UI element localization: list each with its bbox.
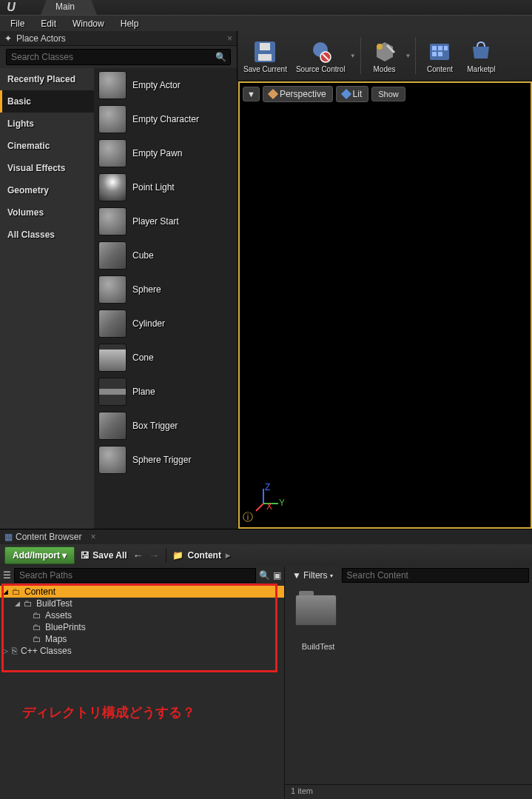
actor-label: Empty Character bbox=[132, 114, 199, 124]
content-button[interactable]: Content bbox=[420, 33, 459, 78]
search-content-input[interactable] bbox=[342, 568, 529, 583]
content-icon bbox=[426, 39, 453, 65]
collapse-icon[interactable]: ▣ bbox=[273, 570, 281, 581]
menu-window[interactable]: Window bbox=[73, 19, 104, 29]
cat-visual-effects[interactable]: Visual Effects bbox=[0, 157, 94, 179]
folder-icon: 🗀 bbox=[33, 610, 41, 621]
source-control-button[interactable]: Source Control bbox=[293, 33, 349, 78]
tool-label: Content bbox=[427, 65, 453, 73]
toggle-sources-icon[interactable]: ☰ bbox=[3, 570, 11, 581]
lit-button[interactable]: Lit bbox=[336, 86, 369, 102]
svg-rect-12 bbox=[438, 52, 442, 56]
search-paths-input[interactable] bbox=[14, 568, 256, 583]
tree-buildtest[interactable]: ◢ 🗀 BuildTest bbox=[0, 598, 284, 609]
cat-volumes[interactable]: Volumes bbox=[0, 201, 94, 224]
actor-label: Box Trigger bbox=[132, 421, 178, 431]
titlebar: U Main bbox=[0, 0, 532, 15]
tree-maps[interactable]: 🗀 Maps bbox=[0, 633, 284, 645]
sources-panel: ☰ 🔍 ▣ ◢ 🗀 Content ◢ 🗀 BuildTest 🗀 bbox=[0, 566, 285, 799]
content-browser-title: Content Browser bbox=[16, 532, 81, 542]
place-actors-panel: ✦ Place Actors × 🔍 Recently Placed Basic… bbox=[0, 31, 237, 529]
dropdown-arrow-icon[interactable]: ▼ bbox=[405, 53, 411, 59]
asset-grid[interactable]: BuildTest bbox=[285, 584, 532, 784]
tree-content[interactable]: ◢ 🗀 Content bbox=[0, 586, 284, 598]
tree-label: Assets bbox=[45, 610, 72, 621]
filters-button[interactable]: ▼ Filters ▾ bbox=[288, 569, 337, 582]
actor-cone[interactable]: Cone bbox=[94, 341, 237, 375]
tool-label: Save Current bbox=[243, 65, 287, 73]
expand-icon[interactable]: ◢ bbox=[3, 588, 10, 595]
viewport-menu-button[interactable]: ▼ bbox=[243, 87, 260, 101]
content-browser-panel: ▦ Content Browser × Add/Import ▾ 🖫 Save … bbox=[0, 529, 532, 799]
marketplace-icon bbox=[468, 39, 494, 65]
place-actors-title: Place Actors bbox=[16, 33, 66, 44]
search-classes-input[interactable] bbox=[6, 49, 231, 65]
actor-plane[interactable]: Plane bbox=[94, 375, 237, 409]
nav-forward-button[interactable]: → bbox=[149, 549, 160, 561]
tool-label: Source Control bbox=[296, 65, 346, 73]
ue-logo-icon: U bbox=[0, 0, 22, 15]
perspective-button[interactable]: Perspective bbox=[263, 86, 333, 102]
svg-rect-11 bbox=[432, 52, 437, 56]
add-import-button[interactable]: Add/Import ▾ bbox=[4, 546, 75, 564]
help-icon[interactable]: ⓘ bbox=[243, 511, 253, 524]
svg-text:Z: Z bbox=[265, 483, 270, 492]
cat-geometry[interactable]: Geometry bbox=[0, 179, 94, 201]
nav-back-button[interactable]: ← bbox=[133, 549, 144, 561]
asset-buildtest[interactable]: BuildTest bbox=[295, 595, 341, 651]
tree-cpp-classes[interactable]: ▷ ⎘ C++ Classes bbox=[0, 645, 284, 657]
actor-sphere[interactable]: Sphere bbox=[94, 273, 237, 307]
actor-empty-character[interactable]: Empty Character bbox=[94, 102, 237, 136]
cat-all-classes[interactable]: All Classes bbox=[0, 224, 94, 246]
viewport[interactable]: ▼ Perspective Lit Show Z Y X ⓘ bbox=[238, 81, 532, 529]
svg-text:X: X bbox=[266, 501, 272, 512]
marketplace-button[interactable]: Marketpl bbox=[462, 33, 500, 78]
tree-blueprints[interactable]: 🗀 BluePrints bbox=[0, 621, 284, 633]
cat-basic[interactable]: Basic bbox=[0, 90, 94, 113]
category-list: Recently Placed Basic Lights Cinematic V… bbox=[0, 68, 94, 529]
cat-lights[interactable]: Lights bbox=[0, 113, 94, 135]
tool-label: Marketpl bbox=[467, 65, 495, 73]
folder-icon: 📁 bbox=[172, 550, 183, 561]
save-current-button[interactable]: Save Current bbox=[240, 33, 290, 78]
actor-label: Cylinder bbox=[132, 318, 165, 329]
search-icon: 🔍 bbox=[259, 570, 270, 581]
breadcrumb[interactable]: 📁 Content ▸ bbox=[172, 550, 230, 561]
save-all-button[interactable]: 🖫 Save All bbox=[81, 550, 127, 561]
close-icon[interactable]: × bbox=[227, 33, 232, 44]
cat-recently-placed[interactable]: Recently Placed bbox=[0, 68, 94, 90]
actor-sphere-trigger[interactable]: Sphere Trigger bbox=[94, 443, 237, 477]
menu-edit[interactable]: Edit bbox=[41, 19, 56, 29]
menu-help[interactable]: Help bbox=[121, 19, 139, 29]
modes-button[interactable]: Modes bbox=[366, 33, 404, 78]
actor-cylinder[interactable]: Cylinder bbox=[94, 307, 237, 341]
expand-icon[interactable]: ▷ bbox=[3, 647, 10, 655]
folder-icon: 🗀 bbox=[12, 586, 21, 597]
actor-label: Sphere bbox=[132, 284, 161, 295]
tree-assets[interactable]: 🗀 Assets bbox=[0, 609, 284, 621]
cat-cinematic[interactable]: Cinematic bbox=[0, 135, 94, 157]
actor-point-light[interactable]: Point Light bbox=[94, 170, 237, 204]
dropdown-arrow-icon[interactable]: ▼ bbox=[350, 53, 356, 59]
actor-box-trigger[interactable]: Box Trigger bbox=[94, 409, 237, 443]
actor-label: Sphere Trigger bbox=[132, 455, 191, 465]
actor-empty-actor[interactable]: Empty Actor bbox=[94, 68, 237, 102]
show-button[interactable]: Show bbox=[371, 87, 405, 101]
actor-empty-pawn[interactable]: Empty Pawn bbox=[94, 136, 237, 170]
actor-cube[interactable]: Cube bbox=[94, 238, 237, 273]
expand-icon[interactable]: ◢ bbox=[15, 600, 22, 607]
actor-label: Cube bbox=[132, 250, 154, 261]
folder-icon: 🗀 bbox=[33, 634, 41, 644]
folder-icon: 🗀 bbox=[24, 598, 33, 609]
close-icon[interactable]: × bbox=[90, 532, 95, 542]
actor-player-start[interactable]: Player Start bbox=[94, 204, 237, 238]
menu-file[interactable]: File bbox=[10, 19, 24, 29]
menubar: File Edit Window Help bbox=[0, 15, 532, 31]
tool-label: Modes bbox=[374, 65, 396, 73]
svg-rect-2 bbox=[260, 43, 270, 50]
chevron-down-icon: ▾ bbox=[330, 572, 333, 579]
tab-main[interactable]: Main bbox=[41, 0, 97, 15]
tree-label: BuildTest bbox=[36, 598, 73, 609]
label: Perspective bbox=[280, 89, 326, 99]
status-bar: 1 item bbox=[285, 784, 532, 799]
